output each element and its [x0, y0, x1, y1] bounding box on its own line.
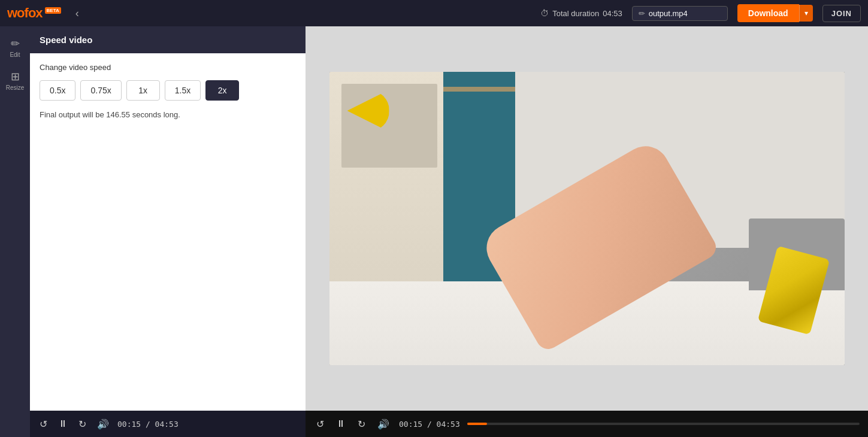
- duration-area: ⏱ Total duration 04:53: [540, 8, 622, 18]
- panel-subtitle: Change video speed: [40, 63, 296, 72]
- video-volume-button[interactable]: 🔊: [375, 417, 392, 431]
- edit-file-icon: ✏: [639, 9, 645, 18]
- video-area: ↺ ⏸ ↻ 🔊 00:15 / 04:53: [306, 26, 868, 437]
- clock-icon: ⏱: [540, 8, 549, 18]
- duration-value: 04:53: [603, 9, 622, 18]
- sidebar-item-resize[interactable]: ⊞ Resize: [1, 65, 29, 96]
- video-wrapper: [306, 26, 868, 411]
- panel: Speed video Change video speed 0.5x 0.75…: [30, 26, 306, 437]
- edit-icon: ✏: [11, 37, 20, 50]
- sidebar-item-edit[interactable]: ✏ Edit: [1, 32, 29, 63]
- join-button[interactable]: JOIN: [822, 5, 861, 22]
- main-layout: ✏ Edit ⊞ Resize Speed video Change video…: [0, 26, 868, 437]
- output-info: Final output will be 146.55 seconds long…: [40, 110, 296, 119]
- video-pause-button[interactable]: ⏸: [334, 417, 348, 430]
- video-time-display: 00:15 / 04:53: [399, 420, 460, 429]
- speed-0.5x-button[interactable]: 0.5x: [40, 80, 75, 101]
- panel-pause-button[interactable]: ⏸: [56, 417, 70, 430]
- panel-title: Speed video: [40, 35, 92, 45]
- download-group: Download ▾: [737, 4, 813, 22]
- panel-forward-button[interactable]: ↻: [76, 417, 89, 431]
- header: wofox BETA ‹ ⏱ Total duration 04:53 ✏ Do…: [0, 0, 868, 26]
- logo-text: wofox: [7, 5, 43, 21]
- panel-header: Speed video: [30, 26, 306, 53]
- video-bottom-bar: ↺ ⏸ ↻ 🔊 00:15 / 04:53: [306, 411, 868, 437]
- sidebar: ✏ Edit ⊞ Resize: [0, 26, 30, 437]
- download-dropdown-button[interactable]: ▾: [799, 5, 813, 22]
- video-progress-fill: [467, 423, 487, 425]
- video-shelf-inner: [341, 84, 437, 168]
- beta-badge: BETA: [45, 7, 61, 14]
- filename-input[interactable]: [649, 9, 721, 18]
- duration-label: Total duration: [552, 9, 599, 18]
- resize-icon: ⊞: [11, 70, 20, 83]
- panel-time-display: 00:15 / 04:53: [117, 420, 179, 429]
- logo-area: wofox BETA: [7, 5, 61, 21]
- video-progress-bar[interactable]: [467, 423, 860, 425]
- speed-buttons: 0.5x 0.75x 1x 1.5x 2x: [40, 80, 296, 101]
- speed-1.5x-button[interactable]: 1.5x: [165, 80, 201, 101]
- back-button[interactable]: ‹: [71, 5, 84, 22]
- panel-content: Change video speed 0.5x 0.75x 1x 1.5x 2x…: [30, 53, 306, 411]
- video-replay-button[interactable]: ↺: [314, 417, 326, 431]
- sidebar-item-resize-label: Resize: [6, 84, 25, 91]
- panel-bottom-bar: ↺ ⏸ ↻ 🔊 00:15 / 04:53: [30, 411, 306, 437]
- video-forward-button[interactable]: ↻: [355, 417, 368, 431]
- video-frame: [329, 72, 845, 365]
- panel-volume-button[interactable]: 🔊: [95, 417, 111, 431]
- speed-1x-button[interactable]: 1x: [126, 80, 160, 101]
- filename-input-wrap: ✏: [632, 6, 728, 21]
- download-button[interactable]: Download: [737, 4, 799, 22]
- sidebar-item-edit-label: Edit: [10, 51, 20, 58]
- panel-replay-button[interactable]: ↺: [37, 417, 50, 431]
- speed-2x-button[interactable]: 2x: [205, 80, 239, 101]
- video-frame-bg: [329, 72, 845, 365]
- speed-0.75x-button[interactable]: 0.75x: [80, 80, 121, 101]
